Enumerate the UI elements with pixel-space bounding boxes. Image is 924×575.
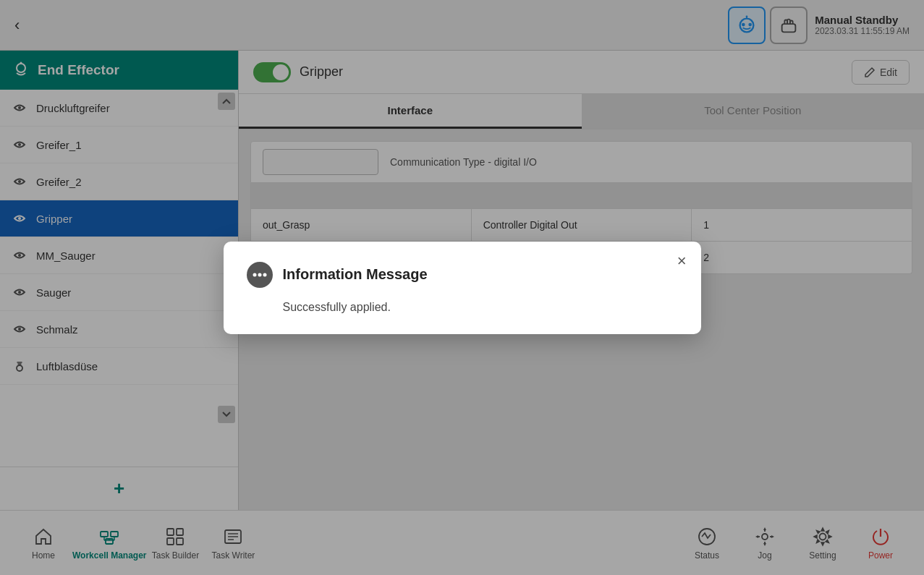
modal-header: Information Message [247, 262, 678, 288]
svg-point-45 [258, 273, 261, 276]
modal-body: Successfully applied. [247, 301, 678, 314]
ellipsis-icon [253, 273, 267, 277]
modal-overlay: Information Message Successfully applied… [0, 0, 924, 575]
svg-point-46 [263, 273, 266, 276]
modal-icon [247, 262, 273, 288]
modal-title: Information Message [283, 266, 428, 283]
information-modal: Information Message Successfully applied… [224, 242, 701, 334]
svg-point-44 [253, 273, 256, 276]
modal-close-button[interactable]: × [677, 253, 687, 269]
